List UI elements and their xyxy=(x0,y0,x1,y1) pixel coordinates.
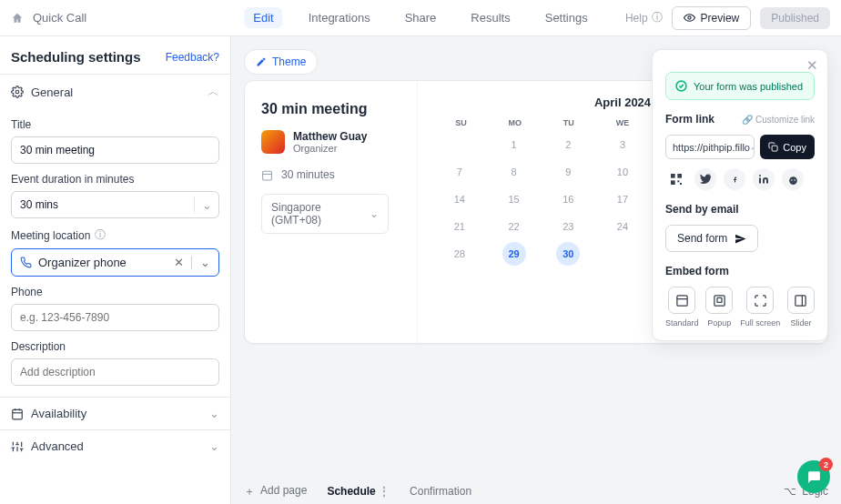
calendar-day[interactable]: 3 xyxy=(597,133,648,156)
embed-standard[interactable]: Standard xyxy=(665,287,699,328)
calendar-day[interactable]: 9 xyxy=(542,160,593,184)
dow-cell: SU xyxy=(434,118,488,127)
calendar-day[interactable]: 29 xyxy=(502,242,526,266)
publish-banner: Your form was published xyxy=(665,72,815,100)
calendar-day[interactable]: 15 xyxy=(489,187,540,211)
embed-fullscreen[interactable]: Full screen xyxy=(740,287,780,328)
phone-icon xyxy=(20,257,32,268)
tab-results[interactable]: Results xyxy=(461,7,519,28)
more-icon[interactable]: ⋮ xyxy=(379,485,390,498)
form-url-field[interactable]: https://pithpip.fillo↗ xyxy=(665,135,755,159)
description-input[interactable] xyxy=(11,358,219,386)
calendar-day[interactable]: 28 xyxy=(434,242,485,266)
calendar-day xyxy=(434,133,485,156)
sidebar-title: Scheduling settings xyxy=(11,49,141,65)
help-icon: ⓘ xyxy=(652,10,663,25)
dow-cell: MO xyxy=(488,118,542,127)
calendar-day[interactable]: 30 xyxy=(556,242,580,266)
gear-icon xyxy=(11,86,24,98)
tab-settings[interactable]: Settings xyxy=(536,7,597,28)
add-page-button[interactable]: ＋Add page xyxy=(244,484,307,499)
calendar-icon xyxy=(11,408,24,420)
theme-button[interactable]: Theme xyxy=(244,49,318,75)
published-button[interactable]: Published xyxy=(760,7,830,29)
calendar-day[interactable]: 8 xyxy=(489,160,540,184)
description-label: Description xyxy=(11,340,219,353)
calendar-day[interactable]: 22 xyxy=(489,215,540,238)
embed-slider[interactable]: Slider xyxy=(787,287,815,328)
preview-button[interactable]: Preview xyxy=(672,6,752,30)
title-input[interactable] xyxy=(11,136,219,164)
home-icon[interactable] xyxy=(11,12,24,25)
feedback-link[interactable]: Feedback? xyxy=(166,51,219,64)
reddit-icon[interactable] xyxy=(782,168,804,190)
calendar-day[interactable]: 2 xyxy=(542,133,593,156)
info-icon: ⓘ xyxy=(95,227,106,243)
meeting-duration: 30 minutes xyxy=(281,168,335,181)
calendar-day[interactable]: 1 xyxy=(489,133,540,156)
customize-link[interactable]: 🔗Customize link xyxy=(742,115,815,125)
svg-point-0 xyxy=(687,16,690,19)
publish-popover: ✕ Your form was published Form link 🔗Cus… xyxy=(652,49,828,341)
svg-rect-2 xyxy=(13,409,23,419)
duration-select[interactable]: 30 mins xyxy=(11,191,219,218)
calendar-day[interactable]: 24 xyxy=(597,215,648,238)
check-icon xyxy=(675,80,687,92)
page-tab-schedule[interactable]: Schedule ⋮ xyxy=(327,482,390,500)
close-icon[interactable]: ✕ xyxy=(806,57,818,74)
location-label: Meeting locationⓘ xyxy=(11,227,219,243)
main-canvas: Theme 30 min meeting Matthew Guay Organi… xyxy=(231,36,841,504)
chat-widget[interactable]: 2 xyxy=(797,460,830,493)
copy-button[interactable]: Copy xyxy=(760,135,815,159)
calendar-day[interactable]: 14 xyxy=(434,187,485,211)
branch-icon: ⌥ xyxy=(784,485,796,498)
location-select[interactable]: Organizer phone ✕ ⌄ xyxy=(11,248,219,277)
calendar-day xyxy=(597,242,648,266)
section-advanced[interactable]: Advanced ⌄ xyxy=(0,429,230,462)
clear-icon[interactable]: ✕ xyxy=(167,256,191,269)
calendar-day[interactable]: 23 xyxy=(542,215,593,238)
section-availability[interactable]: Availability ⌄ xyxy=(0,397,230,429)
svg-rect-27 xyxy=(677,295,687,305)
breadcrumb[interactable]: Quick Call xyxy=(33,11,86,25)
form-link-label: Form link xyxy=(665,113,714,126)
title-label: Title xyxy=(11,118,219,131)
send-form-button[interactable]: Send form xyxy=(665,225,758,252)
phone-input[interactable] xyxy=(11,304,219,331)
pencil-icon xyxy=(256,56,267,67)
tab-edit[interactable]: Edit xyxy=(244,7,282,28)
svg-point-24 xyxy=(789,176,797,185)
calendar-day[interactable]: 10 xyxy=(597,160,648,184)
organizer-name: Matthew Guay xyxy=(293,130,367,143)
svg-rect-20 xyxy=(677,174,682,178)
chevron-up-icon: ︿ xyxy=(208,84,219,100)
section-general[interactable]: General ︿ xyxy=(0,74,230,109)
linkedin-icon[interactable] xyxy=(753,168,775,190)
calendar-day[interactable]: 16 xyxy=(542,187,593,211)
facebook-icon[interactable] xyxy=(724,168,745,190)
embed-label: Embed form xyxy=(665,265,815,277)
embed-popup[interactable]: Popup xyxy=(705,287,733,328)
svg-rect-18 xyxy=(772,146,777,151)
calendar-day[interactable]: 7 xyxy=(434,160,485,184)
svg-rect-30 xyxy=(717,297,722,302)
calendar-day[interactable]: 17 xyxy=(597,187,648,211)
tab-integrations[interactable]: Integrations xyxy=(299,7,380,28)
chevron-down-icon[interactable]: ⌄ xyxy=(191,256,218,269)
chevron-down-icon: ⌄ xyxy=(209,407,219,420)
qr-icon[interactable] xyxy=(665,168,687,190)
svg-rect-15 xyxy=(263,171,272,180)
svg-rect-29 xyxy=(714,295,724,305)
twitter-icon[interactable] xyxy=(694,168,716,190)
help-link[interactable]: Helpⓘ xyxy=(625,10,663,25)
send-email-label: Send by email xyxy=(665,203,815,216)
calendar-day[interactable]: 21 xyxy=(434,215,485,238)
page-tab-confirmation[interactable]: Confirmation xyxy=(410,485,471,498)
calendar-month: April 2024 xyxy=(594,96,651,109)
tab-share[interactable]: Share xyxy=(396,7,446,28)
svg-point-25 xyxy=(791,179,793,181)
external-icon: ↗ xyxy=(750,141,755,153)
timezone-select[interactable]: Singapore (GMT+08) ⌄ xyxy=(261,194,389,234)
plus-icon: ＋ xyxy=(244,484,255,499)
meeting-title: 30 min meeting xyxy=(261,101,400,117)
